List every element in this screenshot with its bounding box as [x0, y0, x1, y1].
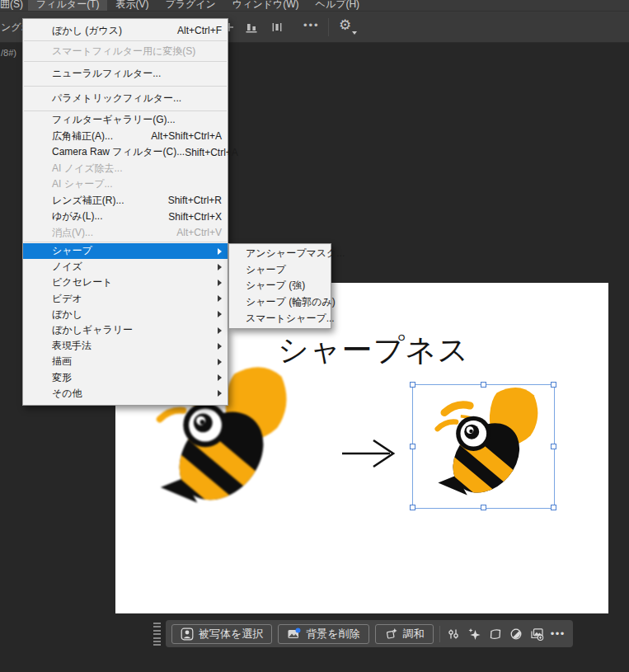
filter-menu-item[interactable]: ぼかしギャラリー: [23, 322, 228, 338]
transform-selection-box[interactable]: [412, 384, 555, 509]
submenu-item-label: シャープ (輪郭のみ): [246, 295, 336, 309]
submenu-arrow-icon: [218, 327, 222, 334]
menubar-item-4[interactable]: ウィンドウ(W): [224, 0, 307, 11]
filter-menu-item[interactable]: 表現手法: [23, 338, 228, 354]
filter-menu-item[interactable]: ビデオ: [23, 291, 228, 307]
menu-item-shortcut: Shift+Ctrl+R: [168, 195, 222, 206]
menu-separator: [24, 242, 227, 242]
menu-item-shortcut: Alt+Ctrl+F: [177, 25, 222, 36]
submenu-item-label: シャープ: [246, 263, 286, 277]
more-options-icon[interactable]: •••: [303, 19, 320, 31]
sharpen-submenu-item[interactable]: シャープ (強): [229, 278, 331, 294]
menubar-item-label: ウィンドウ(W): [232, 0, 299, 11]
menu-item-label: 広角補正(A)...: [52, 129, 151, 143]
filter-menu-item[interactable]: Camera Raw フィルター(C)...Shift+Ctrl+A: [23, 144, 228, 161]
menubar-item-2[interactable]: 表示(V): [107, 0, 157, 11]
contextual-task-bar: 被写体を選択背景を削除調和•••: [166, 620, 573, 647]
menu-item-shortcut: Shift+Ctrl+A: [185, 147, 238, 158]
menu-item-label: パラメトリックフィルター...: [52, 92, 222, 106]
selection-handle[interactable]: [410, 444, 415, 449]
filter-menu-item[interactable]: レンズ補正(R)...Shift+Ctrl+R: [23, 193, 228, 209]
submenu-arrow-icon: [218, 359, 222, 365]
filter-menu-item: AI ノイズ除去...: [23, 161, 228, 177]
sharpen-submenu-item[interactable]: シャープ: [229, 262, 331, 279]
submenu-arrow-icon: [218, 343, 222, 350]
filter-menu-item[interactable]: その他: [23, 386, 228, 402]
menubar-item-label: ヘルプ(H): [316, 0, 360, 11]
arrow-right-icon: [337, 435, 403, 472]
menubar-item-3[interactable]: プラグイン: [157, 0, 223, 11]
selection-handle[interactable]: [551, 505, 556, 510]
transform-warp-button[interactable]: [487, 624, 502, 644]
filter-menu-item[interactable]: ニューラルフィルター...: [23, 63, 228, 85]
harmonize-button[interactable]: 調和: [375, 624, 434, 644]
filter-menu-item[interactable]: ぼかし: [23, 307, 228, 322]
menu-separator: [24, 110, 227, 111]
menu-separator: [24, 40, 227, 41]
selection-handle[interactable]: [410, 382, 415, 388]
menu-item-label: ぼかし (ガウス): [52, 24, 177, 38]
remove-background-button[interactable]: 背景を削除: [278, 624, 368, 644]
select-subject-button[interactable]: 被写体を選択: [171, 624, 272, 644]
tonal-contrast-button[interactable]: [509, 624, 523, 644]
gear-icon[interactable]: ⚙: [339, 16, 351, 33]
generative-sparkle-button[interactable]: [467, 624, 481, 644]
more-options-button[interactable]: •••: [551, 624, 566, 644]
filter-menu-item[interactable]: ゆがみ(L)...Shift+Ctrl+X: [23, 209, 228, 225]
sharpen-submenu-item[interactable]: スマートシャープ...: [229, 310, 331, 327]
adjustments-button[interactable]: [446, 624, 461, 644]
selection-handle[interactable]: [481, 505, 486, 510]
menubar-item-label: 表示(V): [115, 0, 148, 11]
menubar-item-label: プラグイン: [165, 0, 215, 11]
document-tab-partial-label[interactable]: /8#): [1, 48, 16, 58]
menu-separator: [24, 61, 227, 62]
submenu-arrow-icon: [218, 295, 222, 302]
distribute-center-icon[interactable]: [270, 21, 284, 34]
filter-menu-item[interactable]: シャープ: [23, 243, 228, 259]
menu-item-shortcut: Shift+Ctrl+X: [168, 211, 222, 223]
filter-menu-item[interactable]: 広角補正(A)...Alt+Shift+Ctrl+A: [23, 129, 228, 145]
filter-menu-dropdown: ぼかし (ガウス)Alt+Ctrl+Fスマートフィルター用に変換(S)ニューラル…: [22, 18, 228, 406]
more-options-icon: •••: [551, 627, 566, 640]
submenu-arrow-icon: [218, 374, 222, 381]
filter-menu-item[interactable]: パラメトリックフィルター...: [23, 87, 228, 110]
menu-item-label: その他: [52, 387, 213, 401]
menu-bar: 囲(S)フィルター(T)表示(V)プラグインウィンドウ(W)ヘルプ(H): [0, 0, 629, 11]
sharpen-submenu-item[interactable]: シャープ (輪郭のみ): [229, 294, 331, 311]
menu-item-label: ゆがみ(L)...: [52, 209, 168, 223]
filter-menu-item[interactable]: 描画: [23, 354, 228, 369]
submenu-arrow-icon: [218, 264, 222, 270]
selection-handle[interactable]: [551, 382, 556, 388]
taskbar-drag-handle[interactable]: [153, 623, 161, 646]
task-button-label: 被写体を選択: [199, 627, 263, 641]
adjustments-icon: [447, 627, 460, 641]
menu-item-label: 消点(V)...: [52, 226, 176, 240]
menu-separator: [24, 86, 227, 87]
selection-handle[interactable]: [551, 444, 556, 449]
sharpen-submenu-item[interactable]: アンシャープマスク...: [229, 246, 331, 262]
submenu-arrow-icon: [218, 390, 222, 397]
transform-warp-icon: [489, 627, 502, 641]
selection-handle[interactable]: [481, 382, 486, 388]
menubar-item-0[interactable]: 囲(S): [0, 0, 28, 11]
options-bar-divider: [328, 18, 329, 36]
filter-menu-item: AI シャープ...: [23, 176, 228, 193]
filter-menu-item[interactable]: フィルターギャラリー(G)...: [23, 112, 228, 129]
filter-menu-item[interactable]: ピクセレート: [23, 275, 228, 290]
filter-menu-item[interactable]: ぼかし (ガウス)Alt+Ctrl+F: [23, 21, 228, 40]
selection-handle[interactable]: [410, 505, 415, 510]
submenu-item-label: アンシャープマスク...: [246, 247, 345, 261]
menubar-item-5[interactable]: ヘルプ(H): [307, 0, 368, 11]
remove-background-icon: [287, 627, 301, 641]
align-bottom-icon[interactable]: [245, 21, 258, 34]
menu-item-label: ニューラルフィルター...: [52, 67, 222, 81]
add-image-button[interactable]: [529, 624, 544, 644]
menu-item-label: ビデオ: [52, 292, 213, 306]
select-subject-icon: [181, 627, 194, 641]
task-button-label: 背景を削除: [306, 627, 359, 641]
filter-menu-item[interactable]: ノイズ: [23, 259, 228, 275]
filter-menu-item[interactable]: 変形: [23, 370, 228, 386]
menu-item-label: シャープ: [52, 244, 213, 258]
menubar-item-1[interactable]: フィルター(T): [28, 0, 107, 11]
task-button-label: 調和: [403, 627, 425, 641]
